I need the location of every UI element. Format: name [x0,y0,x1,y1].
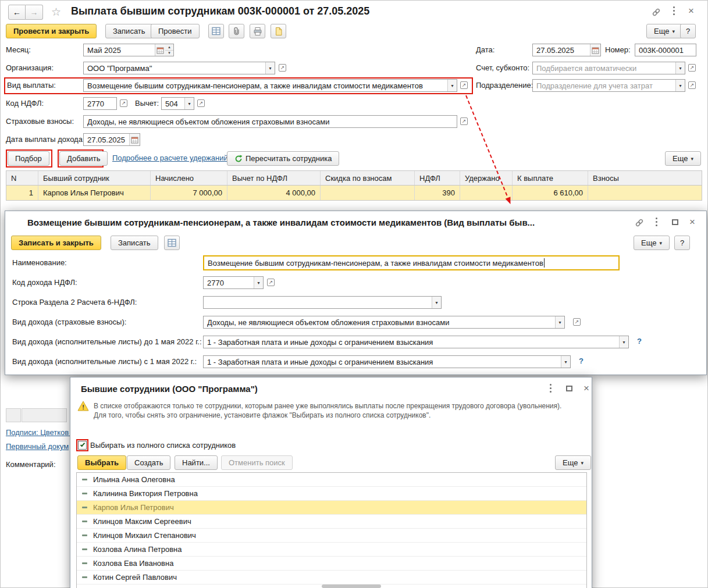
payment-type-input[interactable]: Возмещение бывшим сотрудникам-пенсионера… [83,79,457,92]
column-header[interactable]: N [6,171,38,185]
open-icon[interactable]: ↗ [688,81,696,89]
deduction-input[interactable]: 504 ▾ [161,97,194,110]
get-link-icon[interactable] [652,8,661,19]
chevron-down-icon[interactable]: ▾ [447,80,457,91]
post-and-close-button[interactable]: Провести и закрыть [6,24,97,38]
more-button[interactable]: Еще ▾ [634,236,670,250]
menu-dots-icon[interactable] [550,384,552,386]
chevron-down-icon[interactable]: ▾ [619,336,628,348]
close-icon[interactable]: × [688,6,694,16]
open-icon[interactable]: ↗ [267,279,275,286]
show-postings-button[interactable] [164,236,180,250]
list-item-selected[interactable]: Карпов Илья Петрович [77,501,586,515]
forward-button[interactable]: → [26,5,43,20]
open-icon[interactable]: ↗ [120,99,127,107]
chevron-down-icon[interactable]: ▾ [561,356,570,368]
list-item[interactable]: Калинина Виктория Петровна [77,487,586,501]
table-more-button[interactable]: Еще ▾ [665,151,701,166]
month-input[interactable]: Май 2025 [83,44,166,56]
get-link-icon[interactable] [635,218,644,229]
chevron-down-icon[interactable]: ▾ [675,62,685,74]
insurance-input[interactable]: Доходы, не являющиеся объектом обложения… [83,115,457,128]
chevron-down-icon[interactable]: ▾ [432,297,441,308]
field-help-link[interactable]: ? [637,337,642,345]
withholding-details-link[interactable]: Подробнее о расчете удержаний [112,154,228,162]
division-input[interactable]: Подразделение для учета затрат ▾ [532,79,685,92]
ndfl-code-input[interactable]: 2770 [83,97,117,110]
open-icon[interactable]: ↗ [197,99,205,107]
print-button[interactable] [250,24,265,38]
list-item[interactable]: Козлова Алина Петровна [77,543,586,557]
maximize-icon[interactable] [672,219,678,225]
chevron-down-icon[interactable]: ▾ [265,62,275,74]
calendar-icon[interactable] [155,44,165,56]
more-button[interactable]: Еще ▾ [555,455,591,470]
back-button[interactable]: ← [8,5,26,20]
open-icon[interactable]: ↗ [573,318,581,326]
column-header[interactable]: Начислено [151,171,227,185]
chevron-down-icon[interactable]: ▾ [184,98,194,109]
horizontal-scrollbar-thumb[interactable] [322,585,381,588]
calendar-icon[interactable] [590,44,600,56]
save-button[interactable]: Записать [105,24,153,38]
open-icon[interactable]: ↗ [460,81,468,89]
close-icon[interactable]: × [689,217,695,227]
maximize-icon[interactable] [566,386,572,391]
post-button[interactable]: Провести [151,24,200,38]
help-button[interactable]: ? [674,236,690,250]
column-header[interactable]: К выплате [513,171,588,185]
name-input[interactable]: Возмещение бывшим сотрудникам-пенсионера… [203,255,620,270]
chevron-down-icon[interactable]: ▾ [675,80,685,91]
open-icon[interactable]: ↗ [688,64,696,72]
attachments-button[interactable] [229,24,244,38]
full-list-checkbox[interactable] [78,441,87,450]
pay-date-input[interactable]: 27.05.2025 [83,133,140,146]
table-row[interactable]: 1 Карпов Илья Петрович 7 000,00 4 000,00… [6,186,702,200]
column-header[interactable]: Бывший сотрудник [38,171,151,185]
list-item[interactable]: Ильина Анна Олеговна [77,473,586,487]
add-button[interactable]: Добавить [59,151,108,166]
help-button[interactable]: ? [680,24,696,38]
list-item[interactable]: Козлова Ева Ивановна [77,557,586,571]
save-button[interactable]: Записать [111,236,158,250]
primary-document-link[interactable]: Первичный докум [6,442,70,451]
signatures-link[interactable]: Подписи: Цветков С [6,428,70,437]
save-and-close-button[interactable]: Записать и закрыть [11,236,101,250]
column-header[interactable]: Скидка по взносам [321,171,415,185]
spin-up-icon[interactable]: ▴ [165,44,173,51]
recalculate-button[interactable]: Пересчитать сотрудника [227,151,339,166]
favorite-star-icon[interactable]: ☆ [51,6,61,17]
account-input[interactable]: Подбирается автоматически ▾ [532,62,685,74]
select-button[interactable]: Выбрать [77,455,126,470]
pick-button[interactable]: Подбор [8,151,49,166]
income-kind-input[interactable]: Доходы, не являющиеся объектом обложения… [203,316,565,329]
column-header[interactable]: Взносы [588,171,702,185]
menu-dots-icon[interactable] [673,6,675,8]
menu-dots-icon[interactable] [656,218,657,219]
chevron-down-icon[interactable]: ▾ [254,277,263,288]
find-button[interactable]: Найти... [175,455,218,470]
open-icon[interactable]: ↗ [279,64,286,72]
chevron-down-icon[interactable]: ▾ [555,316,564,328]
list-item[interactable]: Клинцов Михаил Степанович [77,529,586,543]
writ-after-input[interactable]: 1 - Заработная плата и иные доходы с огр… [203,355,571,368]
income-code-input[interactable]: 2770 ▾ [203,276,264,289]
create-button[interactable]: Создать [127,455,170,470]
list-item[interactable]: Клинцов Максим Сергеевич [77,515,586,529]
section2-row-input[interactable]: ▾ [203,296,442,309]
close-icon[interactable]: × [584,383,589,393]
list-item[interactable]: Котин Сергей Павлович [77,571,586,585]
column-header[interactable]: НДФЛ [415,171,460,185]
column-header[interactable]: Вычет по НДФЛ [227,171,321,185]
organization-input[interactable]: ООО "Программа" ▾ [83,62,275,74]
date-input[interactable]: 27.05.2025 [532,44,601,56]
spin-down-icon[interactable]: ▾ [165,51,173,56]
writ-before-input[interactable]: 1 - Заработная плата и иные доходы с огр… [203,336,629,348]
create-based-on-button[interactable] [271,24,286,38]
more-button[interactable]: Еще ▾ [646,24,682,38]
more-label: Еще [673,154,688,163]
calendar-icon[interactable] [129,134,140,145]
field-help-link[interactable]: ? [579,357,584,365]
show-postings-button[interactable] [208,24,224,38]
number-input[interactable]: 003К-000001 [635,44,696,56]
